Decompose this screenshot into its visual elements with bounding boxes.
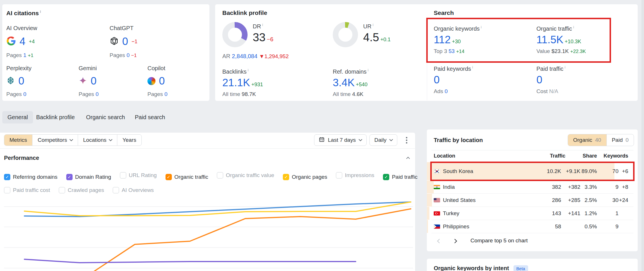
share-value: 1.2%	[585, 210, 597, 217]
cost-row: Cost N/A	[536, 88, 565, 95]
prev-page-icon[interactable]	[437, 239, 442, 243]
metric-checkbox-url-rating[interactable]: URL Rating	[120, 169, 157, 182]
traffic-by-location-title: Traffic by location	[434, 137, 483, 144]
location-row-india[interactable]: India 382 +382 3.3% 9 +8	[431, 180, 633, 194]
location-row-turkey[interactable]: Turkey 143 +141 1.2% 1	[431, 207, 633, 220]
checkbox-icon: ✓	[283, 174, 289, 180]
col-traffic[interactable]: Traffic	[550, 153, 565, 159]
paid-keywords-value[interactable]: 0	[434, 74, 440, 86]
ur-block: URi 4.5 +0.1	[333, 22, 391, 47]
location-row-philippines[interactable]: Philippines 58 0.5% 9	[431, 220, 633, 233]
competitors-dropdown[interactable]: Competitors	[32, 135, 78, 146]
years-button[interactable]: Years	[117, 135, 141, 146]
keywords-delta: +6	[622, 168, 628, 174]
info-icon[interactable]: i	[40, 9, 41, 14]
ur-donut-chart	[333, 22, 358, 47]
keywords-value[interactable]: 9	[615, 223, 618, 230]
organic-keywords-delta: +30	[452, 39, 461, 44]
keywords-value[interactable]: 30	[612, 197, 618, 203]
toggle-paid[interactable]: Paid 0	[606, 134, 634, 146]
copilot-value[interactable]: 0	[159, 75, 165, 87]
collapse-section-icon[interactable]	[406, 157, 410, 160]
copilot-label: Copilot	[147, 65, 168, 72]
tab-general[interactable]: General	[2, 111, 33, 123]
info-icon[interactable]: i	[368, 68, 369, 72]
traffic-value: 58	[555, 223, 561, 230]
location-name[interactable]: United States	[443, 197, 476, 203]
more-options-button[interactable]	[406, 137, 407, 144]
perplexity-pages: Pages 0	[6, 91, 32, 97]
next-page-icon[interactable]	[453, 239, 457, 243]
metric-checkbox-crawled-pages[interactable]: Crawled pages	[59, 184, 104, 197]
info-icon[interactable]: i	[573, 25, 574, 29]
backlinks-value[interactable]: 21.1K	[222, 77, 250, 89]
toggle-organic[interactable]: Organic 40	[568, 134, 606, 146]
perplexity-value[interactable]: 0	[18, 75, 24, 87]
ai-overview-delta: +4	[29, 39, 35, 45]
organic-traffic-block: Organic traffici 11.5K +10.3K Value $23.…	[536, 25, 586, 54]
paid-keywords-block: Paid keywordsi 0 Ads 0	[434, 65, 473, 95]
granularity-dropdown[interactable]: Daily	[369, 134, 397, 146]
checkbox-icon	[336, 172, 342, 178]
flag-philippines-icon	[434, 224, 440, 229]
metric-checkbox-organic-traffic[interactable]: ✓Organic traffic	[166, 170, 208, 184]
metric-checkbox-paid-traffic[interactable]: ✓Paid traffic	[383, 170, 417, 184]
info-icon[interactable]: i	[373, 23, 373, 27]
metric-checkbox-domain-rating[interactable]: ✓Domain Rating	[66, 170, 111, 184]
location-name[interactable]: Turkey	[443, 210, 459, 217]
compare-top5-link[interactable]: Compare top 5 on chart	[470, 237, 528, 244]
scrollbar[interactable]	[641, 0, 644, 271]
metric-checkbox-impressions[interactable]: Impressions	[336, 169, 374, 182]
info-icon[interactable]: i	[565, 65, 565, 69]
ai-citations-title: AI citationsi	[6, 9, 41, 17]
location-row-south-korea[interactable]: South Korea 10.2K +9.1K 89.0% 70 +6	[431, 162, 633, 180]
col-share[interactable]: Share	[583, 153, 597, 159]
tab-organic-search[interactable]: Organic search	[81, 111, 130, 123]
chatgpt-pages: Pages 0 −1	[110, 52, 137, 58]
traffic-value: 143	[552, 210, 561, 217]
col-keywords[interactable]: Keywords	[604, 153, 628, 159]
performance-line-chart[interactable]	[0, 133, 415, 271]
ai-overview-value[interactable]: 4	[20, 36, 26, 48]
col-location[interactable]: Location	[434, 153, 455, 159]
location-name[interactable]: India	[443, 184, 455, 190]
backlinks-delta: +931	[251, 82, 263, 87]
backlink-profile-title: Backlink profile	[222, 9, 267, 16]
organic-traffic-value[interactable]: 11.5K	[536, 34, 563, 46]
tab-paid-search[interactable]: Paid search	[130, 111, 170, 123]
keywords-value[interactable]: 70	[612, 168, 618, 174]
location-name[interactable]: Philippines	[443, 223, 469, 230]
info-icon[interactable]: i	[262, 23, 263, 27]
metric-checkbox-paid-traffic-cost[interactable]: Paid traffic cost	[4, 184, 50, 197]
ref-domains-value[interactable]: 3.4K	[333, 77, 355, 89]
metrics-button[interactable]: Metrics	[4, 135, 32, 146]
ur-label: URi	[363, 23, 391, 30]
locations-dropdown[interactable]: Locations	[78, 135, 117, 146]
metric-checkbox-referring-domains[interactable]: ✓Referring domains	[4, 170, 57, 184]
metric-checkbox-organic-traffic-value[interactable]: Organic traffic value	[217, 169, 274, 182]
info-icon[interactable]: i	[472, 65, 473, 69]
chevron-down-icon	[389, 138, 393, 141]
performance-title: Performance	[4, 155, 39, 161]
location-name[interactable]: South Korea	[443, 168, 473, 174]
gemini-value[interactable]: 0	[91, 75, 97, 87]
share-bar	[427, 207, 429, 220]
checkbox-icon	[59, 187, 65, 193]
info-icon[interactable]: i	[248, 68, 248, 72]
date-range-dropdown[interactable]: Last 7 days	[314, 134, 367, 146]
tab-backlink-profile[interactable]: Backlink profile	[31, 111, 80, 123]
keywords-value[interactable]: 9	[615, 184, 618, 190]
info-icon[interactable]: i	[481, 25, 482, 29]
checkbox-icon	[4, 187, 10, 193]
paid-traffic-value[interactable]: 0	[536, 74, 542, 86]
ar-value[interactable]: 2,848,084	[232, 53, 257, 59]
location-table-header: Location Traffic Share Keywords	[431, 153, 633, 162]
chevron-down-icon	[359, 138, 362, 141]
organic-keywords-label: Organic keywordsi	[434, 25, 482, 32]
keywords-value[interactable]: 1	[615, 210, 618, 217]
location-row-united-states[interactable]: United States 286 +285 2.5% 30 +24	[431, 194, 633, 207]
metric-checkbox-organic-pages[interactable]: ✓Organic pages	[283, 170, 327, 184]
chatgpt-value[interactable]: 0	[122, 36, 128, 48]
organic-keywords-value[interactable]: 112	[434, 34, 451, 46]
metric-checkbox-ai-overviews[interactable]: AI Overviews	[113, 184, 154, 197]
